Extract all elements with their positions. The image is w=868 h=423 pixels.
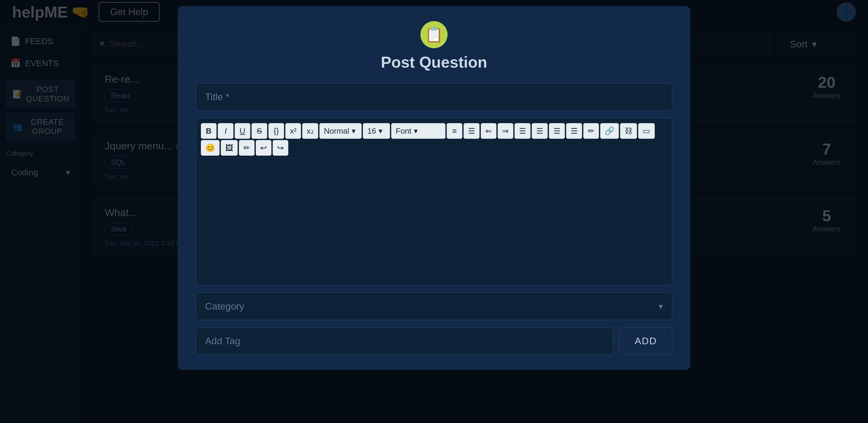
unlink-button[interactable]: ⛓ bbox=[620, 123, 637, 139]
add-tag-button[interactable]: ADD bbox=[619, 327, 672, 355]
photo-icon: 🖼 bbox=[225, 143, 233, 153]
post-question-modal-icon: 📋 bbox=[425, 26, 443, 43]
align-left-button[interactable]: ☰ bbox=[515, 123, 530, 139]
link-icon: 🔗 bbox=[605, 126, 614, 136]
align-center-icon: ☰ bbox=[536, 126, 543, 136]
font-select[interactable]: Font ▾ bbox=[391, 123, 445, 139]
toolbar: B I U S {} x² x₂ Normal ▾ 16 ▾ bbox=[196, 118, 672, 158]
font-size-chevron-icon: ▾ bbox=[378, 126, 382, 136]
editor-body[interactable] bbox=[196, 158, 672, 285]
font-size-select[interactable]: 16 ▾ bbox=[363, 123, 390, 139]
category-chevron-down-icon bbox=[659, 301, 663, 311]
font-size-value: 16 bbox=[367, 126, 376, 136]
emoji-button[interactable]: 😊 bbox=[201, 140, 220, 156]
heading-chevron-icon: ▾ bbox=[352, 126, 355, 136]
redo-icon: ↪ bbox=[277, 143, 284, 153]
underline-button[interactable]: U bbox=[235, 123, 250, 139]
align-left-icon: ☰ bbox=[519, 126, 526, 136]
image-box-button[interactable]: ▭ bbox=[638, 123, 655, 139]
indent-increase-button[interactable]: ⇒ bbox=[498, 123, 513, 139]
align-justify-icon: ☰ bbox=[570, 126, 578, 136]
category-dropdown-label: Category bbox=[205, 301, 244, 312]
font-select-label: Font bbox=[396, 126, 411, 136]
heading-select-label: Normal bbox=[324, 126, 349, 136]
align-right-button[interactable]: ☰ bbox=[549, 123, 565, 139]
heading-select[interactable]: Normal ▾ bbox=[319, 123, 362, 139]
pen-icon: ✏ bbox=[588, 126, 594, 136]
modal-icon: 📋 bbox=[421, 21, 447, 48]
modal-header: 📋 Post Question bbox=[196, 21, 672, 71]
eraser-button[interactable]: ✏ bbox=[239, 140, 254, 156]
title-input[interactable] bbox=[205, 91, 663, 102]
modal-overlay: 📋 Post Question B I U S {} x² x₂ Normal bbox=[0, 0, 868, 423]
unordered-list-button[interactable]: ≡ bbox=[447, 123, 462, 139]
italic-button[interactable]: I bbox=[218, 123, 234, 139]
redo-button[interactable]: ↪ bbox=[273, 140, 288, 156]
ul-icon: ≡ bbox=[452, 126, 457, 136]
strikethrough-button[interactable]: S bbox=[251, 123, 267, 139]
indent-left-icon: ⇐ bbox=[485, 126, 492, 136]
bold-button[interactable]: B bbox=[201, 123, 217, 139]
align-right-icon: ☰ bbox=[553, 126, 560, 136]
photo-button[interactable]: 🖼 bbox=[221, 140, 238, 156]
post-question-modal: 📋 Post Question B I U S {} x² x₂ Normal bbox=[178, 6, 690, 370]
eraser-icon: ✏ bbox=[243, 143, 250, 153]
tag-input[interactable] bbox=[205, 335, 604, 347]
emoji-icon: 😊 bbox=[206, 143, 215, 153]
font-chevron-icon: ▾ bbox=[414, 126, 418, 136]
ordered-list-button[interactable]: ☰ bbox=[464, 123, 479, 139]
title-input-wrap bbox=[196, 83, 672, 111]
undo-icon: ↩ bbox=[260, 143, 267, 153]
subscript-icon: x₂ bbox=[307, 126, 314, 136]
code-block-button[interactable]: {} bbox=[269, 123, 284, 139]
tag-input-wrap bbox=[196, 327, 613, 355]
align-justify-button[interactable]: ☰ bbox=[566, 123, 582, 139]
pen-button[interactable]: ✏ bbox=[583, 123, 599, 139]
image-box-icon: ▭ bbox=[643, 126, 650, 136]
unlink-icon: ⛓ bbox=[625, 126, 632, 136]
category-dropdown[interactable]: Category bbox=[196, 293, 672, 320]
superscript-icon: x² bbox=[290, 126, 297, 136]
subscript-button[interactable]: x₂ bbox=[302, 123, 318, 139]
editor-container: B I U S {} x² x₂ Normal ▾ 16 ▾ bbox=[196, 118, 672, 285]
indent-right-icon: ⇒ bbox=[502, 126, 509, 136]
indent-decrease-button[interactable]: ⇐ bbox=[481, 123, 496, 139]
align-center-button[interactable]: ☰ bbox=[532, 123, 548, 139]
ol-icon: ☰ bbox=[468, 126, 475, 136]
code-icon: {} bbox=[274, 126, 279, 136]
tag-input-row: ADD bbox=[196, 327, 672, 355]
modal-title: Post Question bbox=[381, 53, 487, 71]
link-button[interactable]: 🔗 bbox=[600, 123, 619, 139]
superscript-button[interactable]: x² bbox=[285, 123, 301, 139]
undo-button[interactable]: ↩ bbox=[256, 140, 272, 156]
